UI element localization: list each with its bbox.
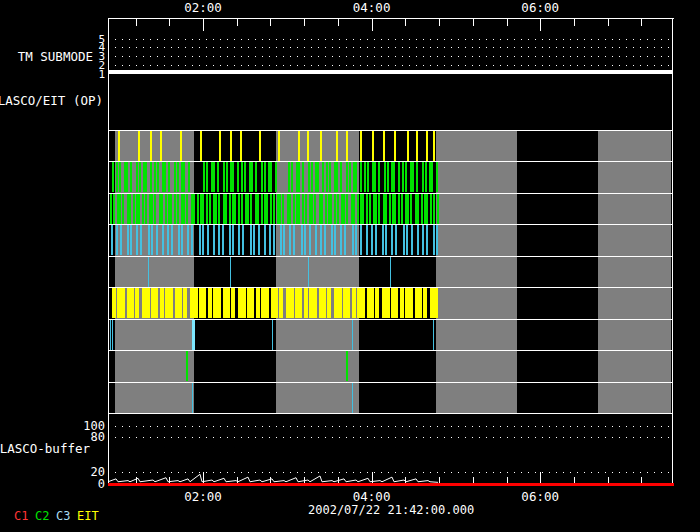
event-tick xyxy=(266,194,268,224)
event-tick xyxy=(229,194,231,224)
event-tick xyxy=(232,162,234,192)
event-tick xyxy=(311,162,313,192)
event-tick xyxy=(112,320,113,350)
event-tick xyxy=(238,194,240,224)
event-tick xyxy=(226,288,230,318)
row-separator xyxy=(108,350,673,351)
event-tick xyxy=(433,131,435,161)
event-tick xyxy=(308,162,310,192)
event-tick xyxy=(112,162,114,192)
event-tick xyxy=(293,225,295,255)
event-tick xyxy=(202,194,204,224)
event-tick xyxy=(116,162,118,192)
event-tick xyxy=(139,162,141,192)
event-tick xyxy=(256,288,260,318)
event-tick xyxy=(126,162,128,192)
event-tick xyxy=(213,162,215,192)
event-tick xyxy=(168,162,170,192)
event-tick xyxy=(160,131,162,161)
event-tick xyxy=(207,225,209,255)
event-tick xyxy=(261,194,263,224)
event-tick xyxy=(192,383,193,413)
event-tick xyxy=(206,162,208,192)
event-tick xyxy=(433,194,435,224)
time-axis-tick xyxy=(237,19,238,26)
event-tick xyxy=(217,162,219,192)
time-axis-tick xyxy=(608,19,609,26)
event-tick xyxy=(329,162,331,192)
event-tick xyxy=(366,194,368,224)
event-tick xyxy=(298,162,300,192)
event-tick xyxy=(206,194,208,224)
buffer-ytick-label: 0 xyxy=(74,478,105,490)
time-label-bottom: 02:00 xyxy=(184,491,222,504)
event-tick xyxy=(250,194,252,224)
event-tick xyxy=(344,225,346,255)
event-tick xyxy=(242,225,244,255)
event-tick xyxy=(394,131,396,161)
event-tick xyxy=(311,194,313,224)
event-tick xyxy=(298,194,300,224)
event-tick xyxy=(218,194,220,224)
event-tick xyxy=(275,162,277,192)
event-tick xyxy=(407,131,409,161)
event-tick xyxy=(171,225,173,255)
event-tick xyxy=(406,225,408,255)
event-tick xyxy=(186,351,188,381)
event-tick xyxy=(352,225,354,255)
event-tick xyxy=(369,194,371,224)
event-tick xyxy=(135,288,139,318)
event-tick xyxy=(423,288,427,318)
event-tick-highlight xyxy=(192,320,195,350)
event-tick xyxy=(403,225,405,255)
event-tick xyxy=(226,162,228,192)
event-tick xyxy=(360,162,362,192)
event-tick xyxy=(193,194,195,224)
event-tick xyxy=(372,131,374,161)
event-tick xyxy=(156,225,158,255)
event-tick xyxy=(361,288,365,318)
time-axis-tick xyxy=(304,19,305,26)
event-tick xyxy=(425,162,427,192)
event-tick xyxy=(183,194,185,224)
buffer-trace xyxy=(108,413,673,485)
event-tick xyxy=(395,225,397,255)
event-tick xyxy=(378,162,380,192)
event-tick xyxy=(322,162,324,192)
event-tick xyxy=(330,194,332,224)
event-tick xyxy=(177,162,179,192)
event-tick xyxy=(398,162,400,192)
event-tick xyxy=(111,225,113,255)
buffer-ytick-label: 80 xyxy=(74,431,105,443)
time-axis-tick xyxy=(574,19,575,26)
event-tick xyxy=(340,162,342,192)
event-tick xyxy=(136,225,138,255)
event-tick xyxy=(167,225,169,255)
event-tick xyxy=(151,194,153,224)
event-tick xyxy=(371,225,373,255)
event-tick xyxy=(181,225,183,255)
event-tick xyxy=(431,162,433,192)
event-tick xyxy=(422,225,424,255)
event-tick xyxy=(230,257,231,287)
event-tick xyxy=(353,194,355,224)
event-tick xyxy=(218,225,220,255)
event-tick xyxy=(244,162,246,192)
event-tick xyxy=(293,194,295,224)
event-tick xyxy=(338,288,342,318)
event-tick xyxy=(259,131,261,161)
event-tick xyxy=(386,288,390,318)
event-tick xyxy=(370,288,374,318)
event-tick xyxy=(321,194,323,224)
event-tick xyxy=(232,225,234,255)
event-tick xyxy=(191,225,193,255)
event-tick xyxy=(430,194,432,224)
event-tick xyxy=(304,288,308,318)
event-tick xyxy=(346,288,350,318)
event-tick xyxy=(261,162,263,192)
event-tick xyxy=(309,225,311,255)
event-tick xyxy=(229,225,231,255)
event-tick xyxy=(426,225,428,255)
event-tick xyxy=(315,225,317,255)
event-tick xyxy=(436,162,438,192)
